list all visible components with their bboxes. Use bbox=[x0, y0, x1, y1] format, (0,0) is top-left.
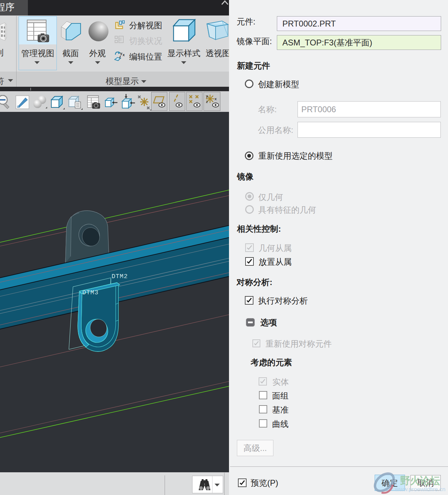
svg-text:www.proewildfire.cn: www.proewildfire.cn bbox=[395, 486, 445, 493]
svg-text:野火论坛: 野火论坛 bbox=[400, 475, 440, 486]
svg-text:x: x bbox=[215, 97, 217, 101]
svg-text:DTM2: DTM2 bbox=[112, 273, 128, 280]
svg-text:y: y bbox=[206, 94, 208, 98]
svg-text:x: x bbox=[123, 53, 125, 57]
svg-text:z: z bbox=[119, 55, 121, 59]
svg-text:z: z bbox=[206, 99, 208, 104]
